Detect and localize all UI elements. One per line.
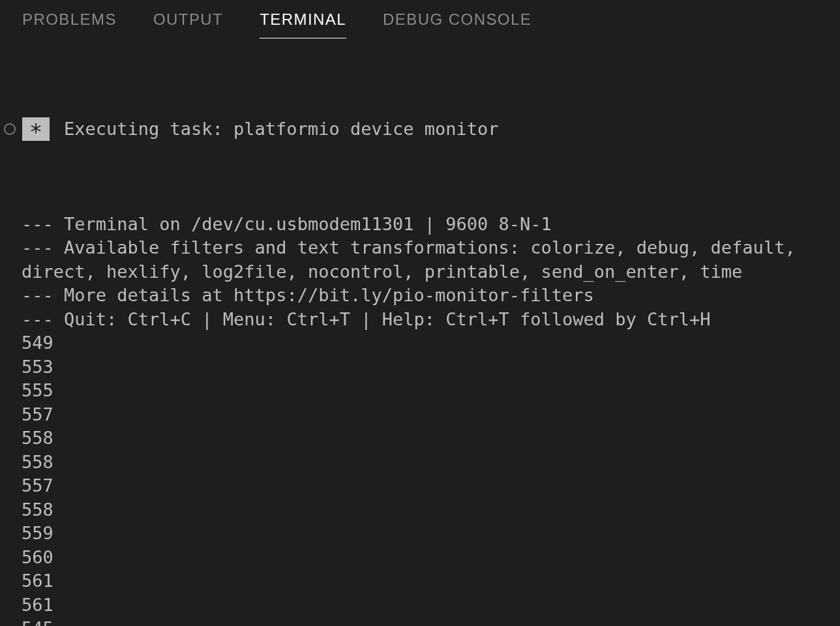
tab-terminal[interactable]: TERMINAL — [260, 10, 346, 38]
terminal-output[interactable]: * Executing task: platformio device moni… — [0, 38, 840, 626]
tab-debug-console[interactable]: DEBUG CONSOLE — [383, 10, 532, 38]
tab-output[interactable]: OUTPUT — [153, 10, 223, 38]
sensor-reading: 561 — [22, 593, 828, 618]
sensor-reading: 558 — [22, 498, 828, 522]
sensor-reading: 555 — [22, 379, 828, 403]
spinner-icon — [4, 123, 16, 135]
sensor-reading: 559 — [22, 522, 828, 546]
sensor-reading: 558 — [22, 426, 828, 451]
sensor-reading: 557 — [22, 474, 828, 498]
sensor-reading: 561 — [22, 569, 828, 593]
terminal-info-line: --- Terminal on /dev/cu.usbmodem11301 | … — [22, 213, 828, 237]
terminal-info-line: --- Quit: Ctrl+C | Menu: Ctrl+T | Help: … — [22, 308, 828, 332]
sensor-reading: 545 — [22, 617, 828, 626]
sensor-reading: 553 — [22, 355, 828, 380]
terminal-info-line: --- Available filters and text transform… — [22, 236, 828, 284]
task-executing-line: * Executing task: platformio device moni… — [0, 117, 828, 142]
task-text: Executing task: platformio device monito… — [64, 117, 509, 142]
sensor-reading: 549 — [22, 331, 828, 355]
terminal-info-line: --- More details at https://bit.ly/pio-m… — [22, 284, 828, 308]
sensor-reading: 560 — [22, 546, 828, 570]
sensor-reading: 558 — [22, 451, 828, 475]
sensor-reading: 557 — [22, 403, 828, 427]
panel-tabs: PROBLEMS OUTPUT TERMINAL DEBUG CONSOLE — [0, 0, 840, 38]
tab-problems[interactable]: PROBLEMS — [22, 10, 117, 38]
asterisk-icon: * — [22, 117, 50, 141]
